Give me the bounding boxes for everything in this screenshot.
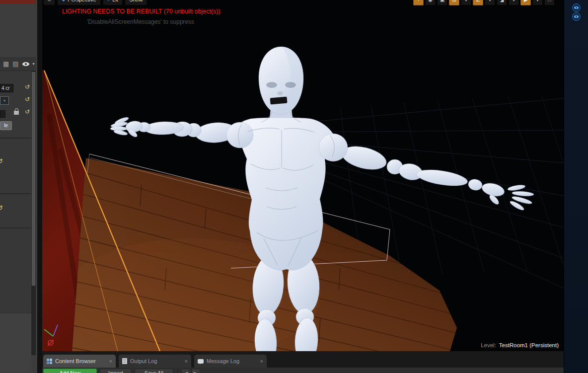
viewport-snap-toolbar: + ◉ ▣ ⊞ ▾ ∠ ▾ ◢ ▾ ▶ ▾ □ xyxy=(413,0,555,5)
scale-snap-button[interactable]: ◢ xyxy=(497,0,507,5)
grid-snap-size-dropdown[interactable]: ▾ xyxy=(461,0,471,5)
viewport-scene[interactable] xyxy=(42,0,564,351)
content-browser-icon xyxy=(47,359,52,364)
lit-icon: ● xyxy=(107,0,110,2)
property-value-field[interactable]: 4 cr xyxy=(0,84,13,92)
tab-label: Message Log xyxy=(207,358,239,364)
move-tool-button[interactable]: + xyxy=(413,0,424,5)
side-window-strip xyxy=(564,0,588,373)
reset-to-default-icon[interactable]: ↺ xyxy=(0,158,4,165)
level-status-label: Level: xyxy=(481,342,496,348)
maximize-viewport-button[interactable]: □ xyxy=(544,0,555,5)
save-all-button[interactable]: Save All xyxy=(135,369,173,373)
details-panel-header-area xyxy=(0,4,36,58)
view-options-caret-icon[interactable]: ▾ xyxy=(33,62,35,66)
show-label: Show xyxy=(129,0,143,2)
bottom-tab-bar: Content Browser × Output Log × Message L… xyxy=(43,355,267,368)
section-divider xyxy=(0,193,31,194)
lit-label: Lit xyxy=(112,0,118,2)
scale-snap-dropdown[interactable]: ▾ xyxy=(509,0,519,5)
viewport-options-button[interactable]: ≡ xyxy=(43,0,55,5)
details-panel-color-strip xyxy=(0,0,36,4)
tab-label: Content Browser xyxy=(55,358,96,364)
suppress-hint-text: 'DisableAllScreenMessages' to suppress xyxy=(87,18,194,25)
level-viewport[interactable]: ≡ ◆ Perspective ● Lit Show + ◉ ▣ ⊞ ▾ ∠ ▾… xyxy=(42,0,564,351)
back-button[interactable]: ◀ xyxy=(181,369,190,373)
close-tab-icon[interactable]: × xyxy=(260,358,263,364)
lock-icon[interactable] xyxy=(14,111,19,115)
lighting-rebuild-warning: LIGHTING NEEDS TO BE REBUILT (70 unbuilt… xyxy=(62,8,220,15)
tab-content-browser[interactable]: Content Browser × xyxy=(43,355,116,368)
details-scrollbar[interactable] xyxy=(31,71,36,355)
level-status: Level:TestRoom1 (Persistent) xyxy=(481,342,559,348)
perspective-icon: ◆ xyxy=(62,0,65,2)
visibility-eye-icon[interactable] xyxy=(572,12,581,21)
add-new-button[interactable]: Add New xyxy=(43,369,97,373)
surface-snap-button[interactable]: ▣ xyxy=(437,0,447,5)
details-panel-view-toolbar: ▦ ▤ ▾ xyxy=(0,57,36,71)
perspective-label: Perspective xyxy=(68,0,96,2)
grid-view-icon[interactable]: ▦ xyxy=(3,61,9,67)
reset-to-default-icon[interactable]: ↺ xyxy=(0,205,4,212)
message-log-icon xyxy=(198,359,204,364)
world-coordinate-button[interactable]: ◉ xyxy=(425,0,436,5)
level-status-value: TestRoom1 (Persistent) xyxy=(499,342,559,348)
lit-mode-button[interactable]: ● Lit xyxy=(103,0,123,5)
forward-button[interactable]: ▶ xyxy=(191,369,200,373)
output-log-icon xyxy=(122,358,127,364)
visibility-eye-icon[interactable] xyxy=(572,3,581,12)
rotation-snap-dropdown[interactable]: ▾ xyxy=(485,0,495,5)
details-panel: ▦ ▤ ▾ 4 cr ↺ × ↺ ↺ le ↺ ↺ xyxy=(0,0,37,373)
view-options-eye-icon[interactable] xyxy=(22,61,29,67)
camera-speed-dropdown[interactable]: ▾ xyxy=(532,0,543,5)
reset-to-default-icon[interactable]: ↺ xyxy=(25,96,32,103)
rotation-snap-button[interactable]: ∠ xyxy=(473,0,483,5)
section-divider xyxy=(0,138,31,139)
details-panel-lower-section xyxy=(0,313,31,373)
grid-snap-button[interactable]: ⊞ xyxy=(449,0,459,5)
close-tab-icon[interactable]: × xyxy=(109,358,112,364)
section-divider xyxy=(0,227,31,228)
unreal-editor-window: ▦ ▤ ▾ 4 cr ↺ × ↺ ↺ le ↺ ↺ xyxy=(0,0,588,373)
texture-thumbnail[interactable]: × xyxy=(0,96,9,105)
bottom-dock: Content Browser × Output Log × Message L… xyxy=(42,351,564,373)
viewport-toolbar: ≡ ◆ Perspective ● Lit Show xyxy=(43,0,147,5)
reset-to-default-icon[interactable]: ↺ xyxy=(25,83,32,90)
list-view-icon[interactable]: ▤ xyxy=(12,61,18,67)
visible-toggle-button[interactable]: le xyxy=(0,121,12,130)
tab-message-log[interactable]: Message Log × xyxy=(194,355,267,368)
import-button[interactable]: Import xyxy=(100,369,132,373)
show-flags-button[interactable]: Show xyxy=(125,0,147,5)
toolbar-separator xyxy=(177,369,178,373)
property-value-stub[interactable] xyxy=(0,110,5,118)
content-browser-toolbar: Add New Import Save All ◀ ▶ xyxy=(42,368,564,373)
panel-separator[interactable] xyxy=(37,0,42,373)
perspective-button[interactable]: ◆ Perspective xyxy=(57,0,100,5)
details-scrollbar-thumb[interactable] xyxy=(32,72,35,286)
close-tab-icon[interactable]: × xyxy=(185,358,188,364)
reset-to-default-icon[interactable]: ↺ xyxy=(25,108,32,115)
tab-label: Output Log xyxy=(130,358,157,364)
camera-speed-button[interactable]: ▶ xyxy=(520,0,531,5)
tab-output-log[interactable]: Output Log × xyxy=(119,355,191,368)
